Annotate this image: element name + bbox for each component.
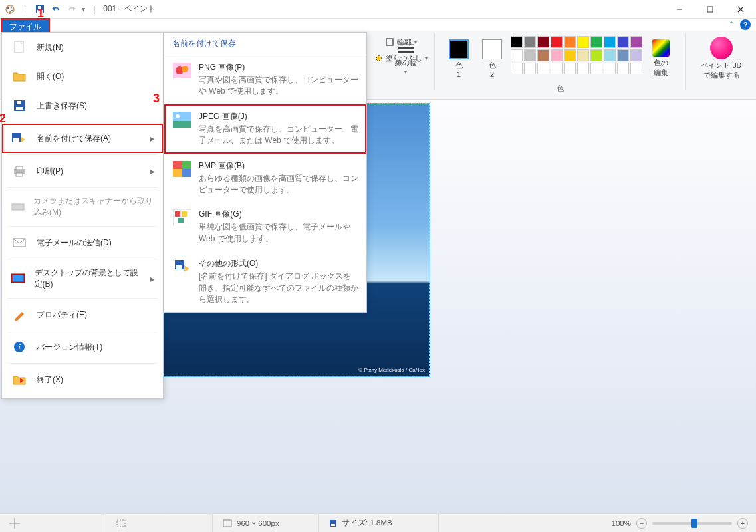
svg-rect-23: [16, 166, 23, 170]
bmp-icon: [172, 160, 192, 178]
save-as-jpeg-title: JPEG 画像(J): [199, 111, 358, 122]
palette-swatch[interactable]: [551, 49, 563, 61]
title-separator: |: [93, 5, 95, 14]
save-as-jpeg[interactable]: JPEG 画像(J)写真を高画質で保存し、コンピューター、電子メール、または W…: [164, 104, 366, 154]
palette-swatch[interactable]: [564, 36, 576, 48]
palette-swatch[interactable]: [537, 36, 549, 48]
save-as-gif[interactable]: GIF 画像(G)単純な図を低画質で保存し、電子メールや Web で使用します。: [164, 202, 366, 251]
selection-icon: [116, 519, 126, 528]
title-bar: | ▾ | 001 - ペイント: [0, 0, 756, 19]
palette-swatch[interactable]: [537, 49, 549, 61]
help-row: ⌃ ?: [0, 19, 756, 31]
line-width-button[interactable]: 線の幅 ▾: [386, 35, 425, 82]
svg-rect-52: [331, 524, 335, 526]
custom-swatch[interactable]: [551, 63, 563, 74]
file-save-as[interactable]: 名前を付けて保存(A) ▶: [2, 124, 163, 153]
save-as-png-desc: 写真や図を高画質で保存し、コンピューターや Web で使用します。: [199, 74, 358, 98]
file-new[interactable]: 新規(N): [2, 33, 163, 62]
file-email[interactable]: 電子メールの送信(D): [2, 228, 163, 257]
save-as-gif-title: GIF 画像(G): [199, 209, 358, 220]
file-print[interactable]: 印刷(P) ▶: [2, 156, 163, 186]
palette-swatch[interactable]: [630, 49, 642, 61]
file-save[interactable]: 上書き保存(S): [2, 91, 163, 120]
svg-rect-37: [173, 161, 182, 169]
palette-swatch[interactable]: [511, 36, 523, 48]
custom-swatch[interactable]: [564, 63, 576, 74]
palette-swatch[interactable]: [524, 36, 536, 48]
open-icon: [10, 68, 29, 84]
file-properties[interactable]: プロパティ(E): [2, 300, 163, 329]
close-button[interactable]: [725, 0, 756, 19]
file-size-text: サイズ: 1.8MB: [342, 518, 392, 528]
window-title: 001 - ペイント: [103, 3, 156, 15]
about-icon: i: [10, 339, 29, 355]
file-wallpaper[interactable]: デスクトップの背景として設定(B) ▶: [2, 261, 163, 297]
palette-swatch[interactable]: [577, 49, 589, 61]
file-open-label: 開く(O): [37, 71, 64, 82]
zoom-thumb[interactable]: [691, 519, 697, 528]
palette-swatch[interactable]: [630, 36, 642, 48]
edit-colors-button[interactable]: 色の 編集: [646, 35, 676, 82]
custom-swatch[interactable]: [537, 63, 549, 74]
minimize-button[interactable]: [664, 0, 695, 19]
save-as-png[interactable]: PNG 画像(P)写真や図を高画質で保存し、コンピューターや Web で使用しま…: [164, 55, 366, 104]
color2-label: 色 2: [489, 61, 496, 78]
palette-swatch[interactable]: [564, 49, 576, 61]
paint3d-button[interactable]: ペイント 3D で編集する: [695, 35, 748, 82]
custom-swatch[interactable]: [577, 63, 589, 74]
zoom-out-button[interactable]: −: [636, 518, 647, 529]
svg-rect-40: [182, 169, 191, 177]
maximize-button[interactable]: [695, 0, 725, 19]
file-exit[interactable]: 終了(X): [2, 365, 163, 394]
canvas-dimensions-segment: 960 × 600px: [213, 514, 319, 532]
qat-dropdown-icon[interactable]: ▾: [82, 5, 85, 13]
custom-swatch[interactable]: [604, 63, 616, 74]
svg-point-33: [182, 66, 188, 72]
palette-swatch[interactable]: [511, 49, 523, 61]
palette-swatch[interactable]: [617, 49, 629, 61]
other-format-icon: [172, 258, 192, 275]
help-icon[interactable]: ?: [740, 19, 751, 30]
color2-button[interactable]: 色 2: [477, 35, 507, 82]
palette-swatch[interactable]: [617, 36, 629, 48]
file-menu: 新規(N) 開く(O) 上書き保存(S) 名前を付けて保存(A) ▶ 印刷(P)…: [1, 32, 164, 399]
palette-swatch[interactable]: [577, 36, 589, 48]
custom-swatch[interactable]: [617, 63, 629, 74]
gif-icon: [172, 209, 192, 226]
palette-swatch[interactable]: [604, 49, 616, 61]
undo-icon[interactable]: [50, 3, 62, 15]
save-as-bmp-title: BMP 画像(B): [199, 160, 358, 172]
file-about[interactable]: i バージョン情報(T): [2, 332, 163, 362]
save-as-other[interactable]: その他の形式(O)[名前を付けて保存] ダイアログ ボックスを開き、指定可能なす…: [164, 251, 366, 312]
colors-group-label: 色: [557, 84, 564, 94]
selection-size-segment: [106, 514, 213, 532]
zoom-in-button[interactable]: +: [737, 518, 748, 529]
edit-colors-label: 色の 編集: [654, 58, 668, 78]
paint3d-label: ペイント 3D で編集する: [701, 61, 741, 80]
file-scanner[interactable]: カメラまたはスキャナーから取り込み(M): [2, 189, 163, 225]
svg-rect-49: [117, 520, 125, 527]
file-size-segment: サイズ: 1.8MB: [319, 514, 439, 532]
save-as-bmp[interactable]: BMP 画像(B)あらゆる種類の画像を高画質で保存し、コンピューターで使用します…: [164, 154, 366, 203]
palette-swatch[interactable]: [551, 36, 563, 48]
palette-swatch[interactable]: [590, 36, 602, 48]
svg-rect-46: [176, 265, 182, 269]
custom-swatch[interactable]: [630, 63, 642, 74]
custom-swatch[interactable]: [590, 63, 602, 74]
svg-rect-44: [178, 218, 184, 223]
color-palette: [511, 35, 642, 82]
zoom-slider[interactable]: [652, 522, 732, 525]
custom-swatch[interactable]: [511, 63, 523, 74]
ribbon-collapse-icon[interactable]: ⌃: [728, 20, 735, 29]
palette-swatch[interactable]: [604, 36, 616, 48]
menu-separator: [7, 363, 158, 364]
dimensions-icon: [222, 519, 233, 528]
annotation-3: 3: [153, 92, 160, 106]
color1-button[interactable]: 色 1: [444, 35, 473, 82]
palette-swatch[interactable]: [590, 49, 602, 61]
custom-swatch[interactable]: [524, 63, 536, 74]
crosshair-icon: [9, 518, 20, 529]
save-as-submenu: 名前を付けて保存 PNG 画像(P)写真や図を高画質で保存し、コンピューターや …: [164, 32, 367, 313]
file-open[interactable]: 開く(O): [2, 62, 163, 91]
palette-swatch[interactable]: [524, 49, 536, 61]
